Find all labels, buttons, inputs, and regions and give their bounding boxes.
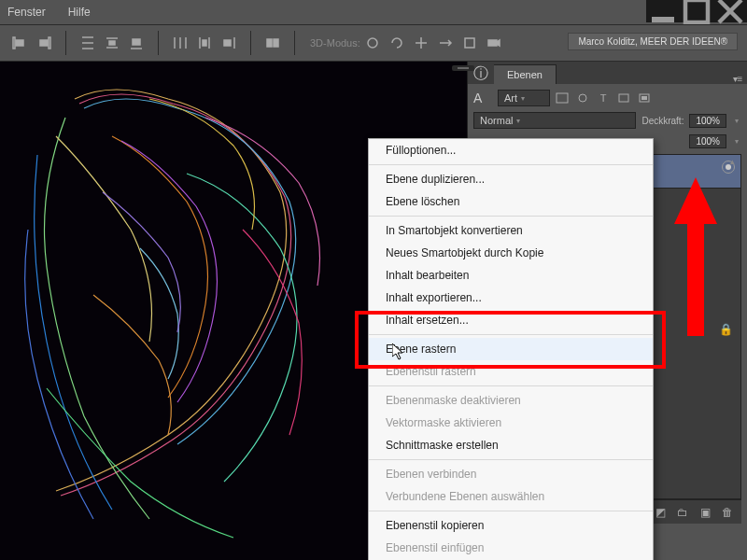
- opacity-label: Deckkraft:: [641, 116, 684, 126]
- 3d-camera-icon[interactable]: [485, 34, 503, 52]
- new-group-icon[interactable]: 🗀: [674, 504, 691, 521]
- mode-3d-label: 3D-Modus:: [310, 37, 360, 49]
- context-menu-item[interactable]: Inhalt ersetzen...: [369, 309, 653, 331]
- window-maximize-button[interactable]: [680, 0, 713, 22]
- delete-layer-icon[interactable]: 🗑: [719, 504, 736, 521]
- svg-rect-12: [109, 41, 115, 45]
- context-menu-separator: [369, 511, 653, 511]
- filter-adjust-icon[interactable]: [574, 91, 591, 105]
- svg-point-26: [368, 38, 377, 48]
- menu-item-fenster[interactable]: Fenster: [7, 6, 46, 19]
- layer-mask-icon[interactable]: ◩: [652, 504, 669, 521]
- distribute-right-icon[interactable]: [219, 34, 238, 52]
- svg-rect-25: [274, 39, 278, 47]
- svg-rect-34: [641, 96, 647, 100]
- svg-rect-5: [16, 40, 23, 46]
- svg-rect-4: [13, 37, 15, 49]
- character-panel-icon[interactable]: A: [473, 91, 494, 105]
- panel-collapse-handle[interactable]: [452, 65, 474, 71]
- opacity-value[interactable]: 100%: [689, 114, 726, 128]
- svg-point-31: [579, 94, 586, 102]
- context-menu-item: Verbundene Ebenen auswählen: [369, 485, 653, 508]
- options-bar: 3D-Modus: Marco Kolditz, MEER DER IDEEN®: [0, 24, 747, 62]
- distribute-left-icon[interactable]: [171, 34, 190, 52]
- fill-flyout-icon[interactable]: ▾: [732, 137, 741, 146]
- divider: [250, 31, 251, 55]
- menu-item-hilfe[interactable]: Hilfe: [68, 6, 91, 19]
- filter-shape-icon[interactable]: [615, 91, 632, 105]
- divider: [65, 31, 66, 55]
- context-menu-item[interactable]: Ebene löschen: [369, 190, 653, 213]
- svg-rect-28: [488, 40, 497, 46]
- context-menu-separator: [369, 459, 653, 460]
- divider: [158, 31, 159, 55]
- new-layer-icon[interactable]: ▣: [697, 504, 713, 521]
- svg-rect-1: [685, 0, 708, 22]
- context-menu-separator: [369, 334, 653, 335]
- 3d-slide-icon[interactable]: [436, 34, 455, 52]
- distribute-top-icon[interactable]: [78, 34, 97, 52]
- scroll-up-icon[interactable]: ▴: [726, 155, 739, 168]
- context-menu-item[interactable]: Ebene duplizieren...: [369, 168, 653, 190]
- context-menu-item[interactable]: Inhalt bearbeiten: [369, 264, 653, 287]
- filter-type-icon[interactable]: T: [595, 91, 612, 105]
- distribute-vcenter-icon[interactable]: [103, 34, 121, 52]
- window-close-button[interactable]: [713, 0, 747, 22]
- menu-bar: Fenster Hilfe: [0, 0, 747, 24]
- panel-menu-icon[interactable]: ▾≡: [728, 74, 747, 84]
- context-menu-item: Ebenen verbinden: [369, 463, 653, 485]
- context-menu-item[interactable]: Inhalt exportieren...: [369, 287, 653, 309]
- divider: [294, 31, 295, 55]
- context-menu-separator: [369, 385, 653, 386]
- svg-rect-20: [203, 40, 206, 46]
- svg-rect-24: [267, 39, 272, 47]
- align-right-icon[interactable]: [35, 34, 53, 52]
- 3d-roll-icon[interactable]: [388, 34, 406, 52]
- context-menu-item: Ebenenmaske deaktivieren: [369, 389, 653, 412]
- context-menu-item[interactable]: Fülloptionen...: [369, 139, 653, 161]
- ebenen-tab[interactable]: Ebenen: [494, 64, 557, 84]
- align-left-icon[interactable]: [10, 34, 29, 52]
- filter-smart-icon[interactable]: [636, 91, 653, 105]
- svg-rect-30: [557, 93, 568, 103]
- distribute-bottom-icon[interactable]: [127, 34, 146, 52]
- blend-mode-dropdown[interactable]: Normal▾: [473, 112, 636, 129]
- fill-value[interactable]: 100%: [689, 134, 726, 148]
- context-menu-separator: [369, 216, 653, 217]
- user-badge[interactable]: Marco Kolditz, MEER DER IDEEN®: [568, 33, 738, 50]
- svg-rect-32: [619, 94, 628, 102]
- svg-rect-27: [465, 38, 474, 48]
- layer-context-menu: Fülloptionen...Ebene duplizieren...Ebene…: [368, 138, 654, 560]
- filter-kind-dropdown[interactable]: Art▾: [498, 90, 550, 106]
- window-minimize-button[interactable]: [646, 0, 680, 22]
- svg-rect-6: [49, 37, 50, 49]
- auto-align-icon[interactable]: [263, 34, 282, 52]
- context-menu-item: Ebenenstil einfügen: [369, 537, 653, 559]
- context-menu-item[interactable]: Ebene rastern: [369, 338, 653, 360]
- context-menu-item: Vektormaske aktivieren: [369, 412, 653, 434]
- distribute-hcenter-icon[interactable]: [195, 34, 214, 52]
- context-menu-item[interactable]: Neues Smartobjekt durch Kopie: [369, 242, 653, 264]
- context-menu-item[interactable]: Ebenenstil kopieren: [369, 514, 653, 537]
- lock-icon: 🔒: [719, 323, 733, 336]
- filter-pixel-icon[interactable]: [554, 91, 571, 105]
- context-menu-item[interactable]: Schnittmaske erstellen: [369, 434, 653, 456]
- opacity-flyout-icon[interactable]: ▾: [732, 117, 741, 125]
- context-menu-separator: [369, 164, 653, 165]
- 3d-scale-icon[interactable]: [460, 34, 479, 52]
- svg-rect-7: [40, 40, 48, 46]
- 3d-rotate-icon[interactable]: [363, 34, 382, 52]
- svg-rect-23: [224, 40, 231, 46]
- context-menu-item: Ebenenstil rastern: [369, 360, 653, 383]
- context-menu-item[interactable]: In Smartobjekt konvertieren: [369, 219, 653, 242]
- 3d-pan-icon[interactable]: [412, 34, 430, 52]
- svg-rect-15: [133, 39, 140, 45]
